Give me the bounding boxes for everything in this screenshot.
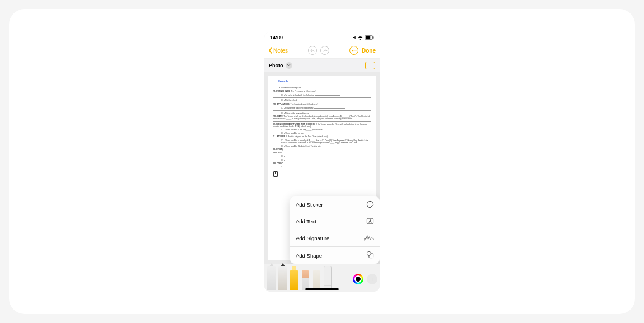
undo-icon (310, 48, 315, 53)
status-time: 14:09 (270, 35, 283, 40)
menu-label: Add Signature (296, 235, 329, 241)
back-label: Notes (273, 48, 288, 54)
ellipsis-icon (352, 50, 357, 52)
add-sticker-item[interactable]: Add Sticker (290, 196, 380, 213)
done-button[interactable]: Done (362, 48, 376, 54)
markup-toolbar-icon[interactable] (365, 62, 375, 69)
svg-rect-2 (373, 36, 373, 39)
svg-point-3 (352, 50, 353, 51)
back-button[interactable]: Notes (268, 47, 288, 54)
shape-icon (366, 251, 374, 260)
svg-point-4 (353, 50, 354, 51)
more-button[interactable] (349, 46, 358, 55)
highlighter-tool[interactable] (289, 266, 299, 290)
sticker-icon (366, 200, 374, 209)
add-button[interactable]: + (367, 274, 377, 284)
svg-rect-1 (366, 36, 370, 39)
signal-icon: ••ıı (353, 35, 356, 39)
add-shape-item[interactable]: Add Shape (290, 247, 380, 264)
status-indicators: ••ıı (353, 35, 374, 40)
document-area[interactable]: Example - A residential dwelling unit VI… (264, 72, 380, 264)
phone-screen: 14:09 ••ıı Notes (264, 32, 380, 292)
svg-point-5 (355, 50, 356, 51)
menu-label: Add Shape (296, 252, 322, 259)
add-text-item[interactable]: Add Text (290, 213, 380, 230)
attachment-file-icon (273, 171, 278, 177)
svg-rect-6 (367, 218, 373, 224)
crayon-tool[interactable] (311, 266, 321, 290)
ruler-tool[interactable] (323, 266, 332, 290)
menu-label: Add Text (296, 218, 316, 224)
wifi-icon (357, 35, 363, 40)
redo-button[interactable] (320, 46, 329, 55)
outer-frame: 14:09 ••ıı Notes (9, 9, 635, 314)
nav-right: Done (349, 46, 376, 55)
photo-label: Photo (269, 63, 283, 68)
redo-icon (323, 48, 328, 53)
markup-toolbar: + (264, 264, 380, 292)
chevron-left-icon (268, 47, 273, 54)
signature-icon (364, 235, 374, 242)
status-bar: 14:09 ••ıı (264, 32, 380, 43)
sub-bar: Photo (264, 59, 380, 72)
chevron-down-icon (286, 62, 292, 69)
text-icon (366, 217, 374, 226)
pen-tool[interactable] (267, 266, 276, 290)
nav-bar: Notes Done (264, 43, 380, 59)
photo-dropdown[interactable]: Photo (269, 62, 292, 69)
add-signature-item[interactable]: Add Signature (290, 230, 380, 247)
color-picker[interactable] (353, 274, 363, 284)
eraser-tool[interactable] (300, 266, 310, 290)
svg-point-7 (364, 240, 365, 240)
doc-example-link: Example (278, 80, 288, 83)
battery-icon (365, 35, 374, 40)
add-menu: Add Sticker Add Text Add Signature (290, 196, 380, 264)
svg-point-9 (367, 251, 371, 255)
undo-button[interactable] (308, 46, 317, 55)
menu-label: Add Sticker (296, 202, 323, 208)
nav-center (308, 46, 329, 55)
home-indicator (305, 288, 339, 290)
pencil-tool[interactable] (278, 266, 287, 290)
